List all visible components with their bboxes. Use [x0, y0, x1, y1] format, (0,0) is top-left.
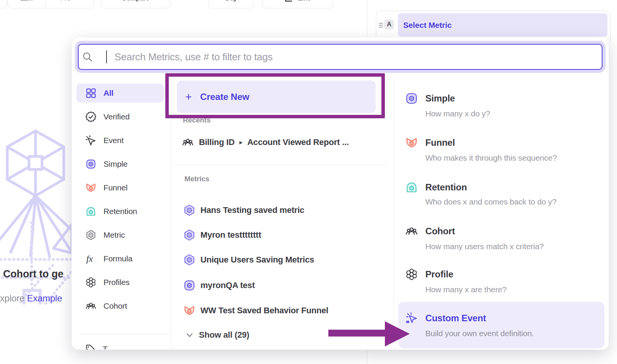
annotation-arrow — [326, 320, 413, 350]
sidebar-section-divider — [79, 334, 169, 334]
funnel-icon — [183, 304, 195, 317]
type-cohort-title[interactable]: Cohort — [425, 225, 455, 237]
select-metric-label: Select Metric — [403, 21, 452, 29]
retention-icon — [405, 181, 418, 194]
sidebar-item-formula[interactable]: fx Formula — [76, 249, 164, 268]
recent-cohort-name: Billing ID — [199, 137, 234, 147]
metric-list-item[interactable]: WW Test Saved Behavior Funnel — [183, 302, 328, 319]
range-ytd-button[interactable]: YTD — [45, 0, 93, 8]
metric-list-item[interactable]: Unique Users Saving Metrics — [183, 251, 314, 268]
sidebar-item-funnel[interactable]: Funnel — [76, 178, 164, 197]
metric-list-item[interactable]: Myron testttttttt — [183, 227, 261, 243]
sidebar-item-verified[interactable]: Verified — [76, 107, 164, 126]
show-all-toggle[interactable]: Show all (29) — [186, 327, 249, 343]
verified-badge-icon — [85, 111, 97, 122]
text-cursor — [106, 50, 107, 63]
sidebar-item-simple[interactable]: Simple — [76, 155, 164, 174]
interval-day-button[interactable]: Day — [208, 0, 254, 8]
date-range-group: 12M YTD — [8, 0, 94, 8]
metric-hexagon-icon — [85, 229, 97, 241]
type-funnel-desc: Who makes it through this sequence? — [425, 153, 557, 163]
simple-metric-icon — [183, 279, 195, 292]
chart-type-line-button[interactable]: Line — [262, 0, 333, 8]
line-chart-icon — [284, 0, 293, 3]
sidebar-item-profiles[interactable]: Profiles — [76, 273, 164, 292]
custom-event-highlight[interactable] — [398, 302, 604, 348]
background-headline: Cohort to ge — [0, 268, 74, 280]
drag-handle-icon[interactable] — [379, 22, 383, 29]
chevron-down-icon — [74, 0, 79, 0]
simple-metric-icon — [405, 92, 418, 105]
retention-icon — [85, 206, 97, 217]
profiles-cluster-icon — [85, 277, 97, 288]
simple-metric-icon — [85, 158, 97, 170]
svg-text:fx: fx — [86, 254, 93, 264]
event-cursor-icon — [85, 135, 97, 146]
toolbar-fragment-button[interactable] — [0, 0, 7, 8]
chevron-down-icon — [186, 333, 193, 337]
type-simple-title[interactable]: Simple — [425, 92, 455, 105]
search-icon — [82, 51, 93, 63]
row-badge: A — [384, 19, 394, 29]
metric-hexagon-icon — [183, 204, 195, 216]
sidebar-item-retention[interactable]: Retention — [76, 202, 164, 221]
cohort-people-icon — [405, 225, 418, 238]
annotation-highlight-box — [165, 73, 385, 118]
middle-divider — [174, 165, 387, 165]
sidebar-item-tags-partial[interactable]: T — [76, 340, 164, 350]
profile-cluster-icon — [405, 268, 418, 281]
cohort-people-icon — [85, 300, 97, 312]
explore-text: xplore — [0, 293, 24, 303]
funnel-icon — [405, 136, 418, 149]
type-custom-event-desc: Build your own event definition. — [425, 328, 534, 339]
formula-fx-icon: fx — [85, 253, 97, 264]
funnel-icon — [85, 182, 97, 193]
metric-hexagon-icon — [183, 229, 195, 241]
recent-item-billing[interactable]: Billing ID ▸ Account Viewed Report ... — [182, 134, 349, 151]
type-retention-title[interactable]: Retention — [425, 181, 467, 193]
grid-icon — [85, 87, 97, 99]
cohort-people-icon — [182, 136, 194, 148]
metrics-section-label: Metrics — [184, 175, 209, 183]
sidebar-item-cohort[interactable]: Cohort — [76, 296, 164, 316]
type-profile-title[interactable]: Profile — [425, 268, 453, 280]
select-metric-pill[interactable]: Select Metric — [398, 13, 607, 37]
metric-list-item[interactable]: myronQA test — [183, 277, 255, 294]
compare-button[interactable]: Compare — [101, 0, 170, 8]
type-custom-event-title[interactable]: Custom Event — [425, 312, 486, 324]
example-reports-link[interactable]: Example — [27, 293, 62, 303]
breadcrumb-arrow: ▸ — [239, 139, 242, 146]
search-input[interactable] — [78, 44, 602, 70]
type-retention-desc: Who does x and comes back to do y? — [425, 196, 556, 207]
type-funnel-title[interactable]: Funnel — [425, 137, 455, 149]
metric-hexagon-icon — [183, 254, 195, 266]
metric-list-item[interactable]: Hans Testing saved metric — [183, 202, 304, 219]
sidebar-item-event[interactable]: Event — [76, 131, 164, 150]
range-12m-button[interactable]: 12M — [8, 0, 45, 8]
tag-icon — [85, 344, 96, 350]
column-divider — [394, 77, 394, 350]
sidebar-item-all[interactable]: All — [76, 84, 164, 103]
type-simple-desc: How many x do y? — [425, 108, 490, 119]
recent-event-name: Account Viewed Report ... — [247, 137, 349, 147]
type-profile-desc: How many x are there? — [425, 284, 507, 295]
type-cohort-desc: How many users match x criteria? — [425, 241, 544, 252]
background-explore-line: xplore Example — [0, 293, 71, 304]
sidebar-item-metric[interactable]: Metric — [76, 225, 164, 245]
